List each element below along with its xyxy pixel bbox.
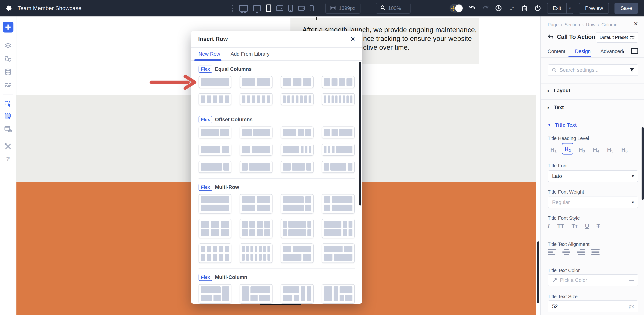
wireframe-box-icon[interactable] [631,48,638,54]
more-options-icon[interactable] [231,4,234,12]
row-layout-thumbnail[interactable] [281,244,314,263]
preview-button[interactable]: Preview [579,2,609,14]
modal-scrollbar[interactable] [359,62,361,206]
row-layout-thumbnail[interactable] [322,244,355,263]
default-preset-button[interactable]: Default Preset [596,32,638,42]
title-text-size-input[interactable]: 52 px [548,300,638,312]
row-layout-thumbnail[interactable] [198,76,232,88]
tab-new-row[interactable]: New Row [198,51,220,57]
canvas-width-control[interactable]: 1399px [325,3,360,14]
filter-icon[interactable] [630,68,634,72]
layers-icon[interactable] [4,42,12,50]
align-right-icon[interactable] [577,249,585,255]
row-layout-thumbnail[interactable] [322,284,355,304]
row-layout-thumbnail[interactable] [198,244,232,263]
chevron-down-icon[interactable]: ▾ [622,49,624,54]
canvas-zoom-control[interactable]: 100% [376,3,410,14]
breakpoint-desktop-large-icon[interactable] [239,5,248,12]
underline-icon[interactable]: U [585,223,589,229]
design-library-icon[interactable] [4,55,12,63]
tab-add-from-library[interactable]: Add From Library [231,51,270,57]
row-layout-thumbnail[interactable] [198,93,232,105]
undo-icon[interactable] [468,4,476,12]
clear-color-dash[interactable]: — [629,278,634,283]
breadcrumb-page[interactable]: Page [548,22,558,28]
row-layout-thumbnail[interactable] [322,194,355,214]
power-icon[interactable] [534,4,542,12]
settings-list-icon[interactable] [4,81,12,89]
row-layout-thumbnail[interactable] [322,126,355,138]
theme-toggle[interactable] [450,4,463,12]
breadcrumb-column[interactable]: Column [602,22,618,28]
heading-level-h4[interactable]: H4 [590,143,602,154]
row-layout-thumbnail[interactable] [281,93,314,105]
italic-icon[interactable]: I [548,223,550,229]
breakpoint-desktop-icon[interactable] [253,5,261,12]
row-layout-thumbnail[interactable] [240,126,272,138]
search-settings-input[interactable]: Search settings... [548,64,638,76]
row-layout-thumbnail[interactable] [281,144,314,156]
row-layout-thumbnail[interactable] [240,161,272,173]
redo-icon[interactable] [482,4,489,12]
row-layout-thumbnail[interactable] [240,76,272,88]
element-selector-icon[interactable] [4,100,12,108]
uppercase-icon[interactable]: TT [557,223,564,229]
row-layout-thumbnail[interactable] [281,126,314,138]
heading-level-h6[interactable]: H6 [618,143,630,154]
breakpoint-phone-small-icon[interactable] [310,5,314,12]
align-center-icon[interactable] [562,249,570,255]
row-layout-thumbnail[interactable] [198,284,232,304]
trash-icon[interactable] [521,4,528,12]
row-layout-thumbnail[interactable] [198,161,232,173]
heading-level-h1[interactable]: H1 [548,143,559,154]
row-layout-thumbnail[interactable] [281,161,314,173]
row-layout-thumbnail[interactable] [198,144,232,156]
align-left-icon[interactable] [548,249,556,255]
row-layout-thumbnail[interactable] [322,144,355,156]
strikethrough-icon[interactable]: T [596,223,600,229]
save-button[interactable]: Save [614,2,638,14]
tab-content[interactable]: Content [548,48,565,54]
database-icon[interactable] [4,68,12,76]
row-layout-thumbnail[interactable] [322,76,355,88]
row-layout-thumbnail[interactable] [198,126,232,138]
row-layout-thumbnail[interactable] [322,93,355,105]
breakpoint-phone-portrait-icon[interactable] [288,5,293,12]
row-layout-thumbnail[interactable] [322,161,355,173]
row-layout-thumbnail[interactable] [240,284,272,304]
section-row-layout[interactable]: ▸ Layout [548,88,638,94]
help-icon[interactable]: ? [4,155,12,163]
row-layout-thumbnail[interactable] [281,284,314,304]
tab-advanced[interactable]: Advanced [600,48,623,54]
exit-button[interactable]: Exit [548,3,566,14]
breakpoint-phone-landscape-icon[interactable] [298,6,305,11]
section-selector-icon[interactable] [4,112,12,120]
row-layout-thumbnail[interactable] [281,76,314,88]
import-export-icon[interactable]: ↓↑ [508,4,515,12]
title-font-select[interactable]: Lato ▾ [548,170,638,182]
card-text-line[interactable]: ctive over time. [363,43,410,52]
row-layout-thumbnail[interactable] [240,244,272,263]
tools-icon[interactable] [4,142,12,150]
title-font-weight-select[interactable]: Regular ▾ [548,196,638,208]
close-icon[interactable]: × [350,35,355,43]
gear-icon[interactable] [5,4,13,12]
row-layout-thumbnail[interactable] [240,144,272,156]
panel-scrollbar[interactable] [642,127,644,200]
section-row-text[interactable]: ▸ Text [548,105,638,110]
row-layout-thumbnail[interactable] [198,219,232,238]
breadcrumb-section[interactable]: Section [564,22,580,28]
breakpoint-tablet-landscape-icon[interactable] [276,6,283,11]
back-arrow-icon[interactable] [548,34,554,40]
row-layout-thumbnail[interactable] [281,219,314,238]
heading-level-h2[interactable]: H2 [562,143,574,154]
preview-structure-icon[interactable] [4,125,12,133]
row-layout-thumbnail[interactable] [240,194,272,214]
title-text-color-input[interactable]: Pick a Color — [548,274,638,286]
close-icon[interactable]: × [634,20,638,27]
section-row-title-text[interactable]: ▼ Title Text [548,122,638,128]
row-layout-thumbnail[interactable] [198,194,232,214]
exit-dropdown-caret[interactable]: ▾ [566,3,573,14]
row-layout-thumbnail[interactable] [322,219,355,238]
tab-design[interactable]: Design [575,48,591,54]
